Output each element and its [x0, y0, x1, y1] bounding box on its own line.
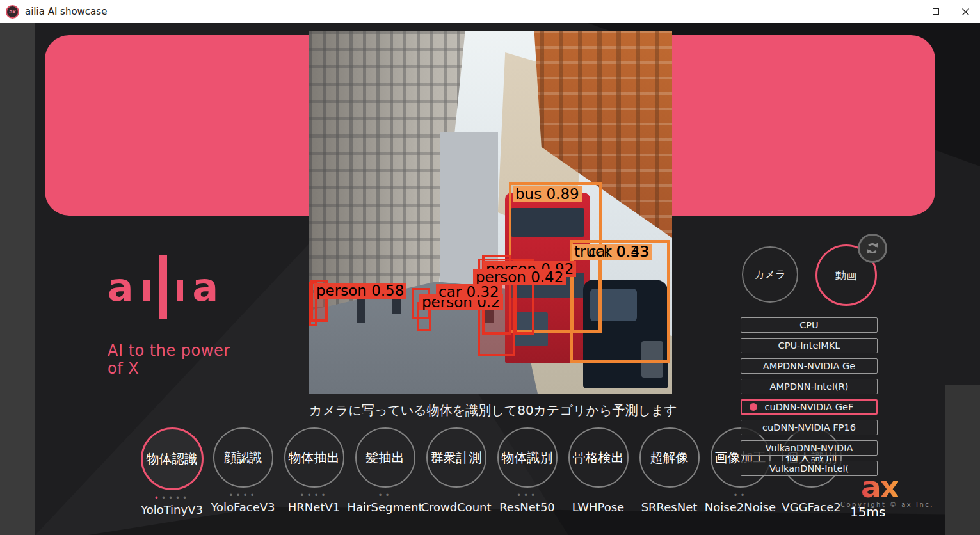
dot-inactive: ••••: [300, 491, 328, 500]
maximize-icon: [933, 8, 939, 15]
window-controls: [892, 0, 980, 23]
refresh-icon: [864, 240, 881, 257]
maximize-button[interactable]: [921, 0, 951, 23]
minimize-icon: [903, 12, 910, 12]
main-stage: bus 0.89 truck 0.43 car 0.33 person 0.92…: [0, 23, 980, 535]
category-button-face-detection[interactable]: 顔認識: [213, 427, 273, 488]
ailia-logo: a a: [108, 255, 248, 320]
detection-label-car: car 0.33: [586, 244, 652, 260]
model-name: YoloTinyV3: [141, 503, 203, 516]
latency-readout: 15ms: [850, 504, 885, 520]
dot-inactive: ••: [378, 491, 392, 500]
model-name: VGGFace2: [782, 500, 840, 514]
model-name: LWHPose: [572, 500, 624, 514]
model-name: ResNet50: [499, 500, 555, 514]
model-dots: •••••: [154, 493, 189, 502]
category-item-hair-extraction: 髪抽出 •• HairSegment: [349, 427, 421, 516]
dot-inactive: ••••: [161, 493, 189, 502]
app-logo-icon: ax: [6, 5, 19, 19]
model-name: HairSegment: [348, 500, 423, 514]
model-name: HRNetV1: [288, 500, 340, 514]
background-strip-left: [0, 23, 35, 535]
backend-option-vulkandnn-intel[interactable]: VulkanDNN-Intel(: [741, 461, 878, 476]
backend-option-ampdnn-intel[interactable]: AMPDNN-Intel(R): [741, 379, 878, 394]
detection-label-bus: bus 0.89: [513, 186, 582, 202]
category-item-crowd-counting: 群衆計測 CrowdCount: [421, 427, 492, 516]
backend-option-vulkandnn-nvidia[interactable]: VulkanDNN-NVIDIA: [741, 440, 878, 456]
titlebar: ax ailia AI showcase: [0, 0, 980, 23]
selected-backend-dot-icon: [750, 403, 757, 411]
model-name: SRResNet: [641, 500, 698, 514]
category-button-object-classification[interactable]: 物体識別: [497, 427, 558, 488]
category-button-object-extraction[interactable]: 物体抽出: [284, 427, 344, 488]
detection-label-car-32: car 0.32: [436, 284, 502, 300]
close-button[interactable]: [951, 0, 980, 23]
detection-label-person-58: person 0.58: [314, 283, 406, 299]
backend-option-cpu-intelmkl[interactable]: CPU-IntelMKL: [741, 338, 878, 353]
model-dots: •••: [517, 491, 538, 500]
logo-bar-icon: [177, 280, 183, 301]
backend-option-cpu[interactable]: CPU: [741, 317, 878, 333]
model-dots: ••••: [229, 491, 257, 500]
close-icon: [961, 8, 970, 16]
category-item-super-resolution: 超解像 SRResNet: [634, 427, 705, 516]
backend-option-cudnn-nvidia[interactable]: cuDNN-NVIDIA GeF: [741, 399, 878, 415]
detection-box-truck: [571, 248, 600, 333]
dot-inactive: •••: [517, 491, 538, 500]
model-dots: ••••: [300, 491, 328, 500]
model-name: YoloFaceV3: [211, 500, 275, 514]
background-strip-right: [945, 385, 980, 535]
logo-letter-a: a: [108, 268, 134, 307]
category-item-face-detection: 顔認識 •••• YoloFaceV3: [207, 427, 278, 516]
category-item-object-classification: 物体識別 ••• ResNet50: [492, 427, 563, 516]
model-name: Noise2Noise: [705, 500, 776, 514]
model-dots: ••: [733, 491, 747, 500]
category-button-object-detection[interactable]: 物体認識: [141, 427, 204, 490]
dot-inactive: ••: [733, 491, 747, 500]
photo-pedestrian: [357, 298, 366, 323]
dot-inactive: ••••: [229, 491, 257, 500]
logo-bar-icon: [143, 280, 150, 301]
category-button-crowd-counting[interactable]: 群衆計測: [426, 427, 486, 488]
logo-letter-a: a: [193, 268, 219, 307]
app-window: { "window": { "title": "ailia AI showcas…: [0, 0, 980, 535]
category-button-pose-estimation[interactable]: 骨格検出: [568, 427, 629, 488]
model-dots: ••: [378, 491, 392, 500]
minimize-button[interactable]: [892, 0, 921, 23]
brand-tagline: AI to the power of X: [108, 342, 248, 378]
backend-option-label: cuDNN-NVIDIA GeF: [765, 402, 854, 412]
category-item-object-detection: 物体認識 ••••• YoloTinyV3: [136, 427, 207, 516]
dot-active: •: [154, 493, 161, 502]
feature-caption: カメラに写っている物体を識別して80カテゴリから予測します: [309, 402, 672, 419]
window-title: ailia AI showcase: [25, 6, 107, 17]
category-button-super-resolution[interactable]: 超解像: [639, 427, 700, 488]
camera-source-button[interactable]: カメラ: [742, 246, 798, 303]
camera-feed: bus 0.89 truck 0.43 car 0.33 person 0.92…: [309, 31, 672, 394]
backend-option-cudnn-fp16[interactable]: cuDNN-NVIDIA FP16: [741, 420, 878, 435]
brand-block: a a AI to the power of X: [108, 255, 248, 378]
category-button-hair-extraction[interactable]: 髪抽出: [355, 427, 415, 488]
category-item-pose-estimation: 骨格検出 LWHPose: [563, 427, 634, 516]
backend-list: CPU CPU-IntelMKL AMPDNN-NVIDIA Ge AMPDNN…: [741, 317, 878, 476]
refresh-button[interactable]: [858, 234, 887, 263]
logo-tall-bar-icon: [159, 255, 167, 319]
backend-option-ampdnn-nvidia[interactable]: AMPDNN-NVIDIA Ge: [741, 358, 878, 374]
category-item-object-extraction: 物体抽出 •••• HRNetV1: [278, 427, 349, 516]
model-name: CrowdCount: [421, 500, 491, 514]
